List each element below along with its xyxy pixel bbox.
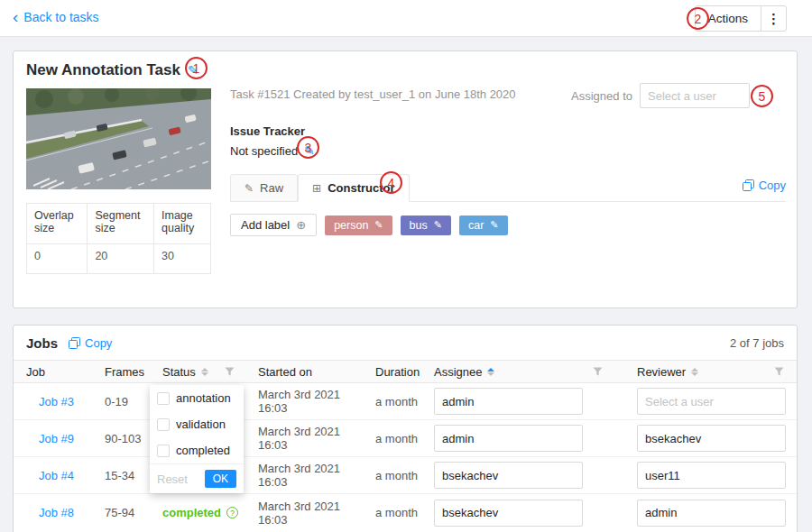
column-job-label: Job bbox=[26, 365, 45, 379]
job-4-link[interactable]: Job #4 bbox=[39, 469, 74, 482]
label-chip-car[interactable]: car ✎ bbox=[459, 216, 508, 235]
plus-circle-icon: ⊕ bbox=[296, 218, 306, 232]
job-9-link[interactable]: Job #9 bbox=[39, 432, 74, 445]
filter-reset-button[interactable]: Reset bbox=[157, 472, 188, 486]
issue-tracker-label: Issue Tracker bbox=[230, 124, 786, 138]
chevron-left-icon: ‹ bbox=[13, 11, 18, 23]
assigned-to-label: Assigned to bbox=[571, 89, 632, 103]
status-question-icon[interactable]: ? bbox=[226, 507, 238, 518]
column-status-label: Status bbox=[162, 365, 196, 379]
param-header-overlap: Overlap size bbox=[27, 204, 88, 244]
add-label-button[interactable]: Add label ⊕ bbox=[230, 214, 317, 236]
more-options-button[interactable]: ⋮ bbox=[761, 6, 786, 31]
job-3-reviewer-input[interactable] bbox=[637, 388, 786, 415]
checkbox-completed[interactable] bbox=[157, 445, 170, 457]
job-8-reviewer-input[interactable] bbox=[637, 500, 786, 527]
task-preview-image bbox=[26, 88, 211, 189]
job-row-8: Job #8 75-94 completed ? March 3rd 2021 … bbox=[14, 494, 797, 531]
column-header-status[interactable]: Status bbox=[155, 361, 251, 382]
job-9-started: March 3rd 2021 16:03 bbox=[251, 425, 370, 452]
job-row-4: Job #4 15-34 March 3rd 2021 16:03 a mont… bbox=[14, 457, 797, 494]
filter-option-validation[interactable]: validation bbox=[150, 411, 244, 437]
column-header-started-on[interactable]: Started on bbox=[251, 361, 370, 382]
job-row-9: Job #9 90-103 March 3rd 2021 16:03 a mon… bbox=[14, 420, 797, 457]
job-4-started: March 3rd 2021 16:03 bbox=[251, 462, 370, 489]
labels-constructor-row: Add label ⊕ person ✎ bus ✎ car ✎ bbox=[230, 214, 786, 236]
add-label-text: Add label bbox=[241, 218, 290, 232]
status-filter-dropdown: annotation validation completed Reset OK bbox=[150, 385, 244, 493]
column-assignee-label: Assignee bbox=[434, 365, 482, 379]
task-parameters-table: Overlap size Segment size Image quality … bbox=[26, 203, 211, 274]
job-4-assignee-input[interactable] bbox=[434, 462, 583, 489]
task-meta-text: Task #1521 Created by test_user_1 on Jun… bbox=[230, 87, 516, 101]
label-car-name: car bbox=[468, 219, 484, 232]
job-3-assignee-input[interactable] bbox=[434, 388, 583, 415]
assigned-to-group: Assigned to bbox=[571, 83, 750, 108]
jobs-card: Jobs Copy 2 of 7 jobs Job Frames Status bbox=[13, 325, 798, 532]
job-3-link[interactable]: Job #3 bbox=[39, 395, 74, 408]
job-3-frames: 0-19 bbox=[92, 395, 155, 408]
job-8-duration: a month bbox=[370, 506, 427, 519]
task-assignee-input[interactable] bbox=[640, 83, 750, 108]
edit-label-bus-icon[interactable]: ✎ bbox=[434, 219, 442, 231]
copy-jobs-label: Copy bbox=[85, 336, 112, 350]
job-9-duration: a month bbox=[370, 432, 427, 445]
issue-tracker-value: Not specified bbox=[230, 144, 298, 158]
status-filter-icon[interactable] bbox=[225, 367, 235, 376]
job-3-duration: a month bbox=[370, 395, 427, 408]
job-8-frames: 75-94 bbox=[92, 506, 155, 519]
tab-raw[interactable]: ✎ Raw bbox=[230, 174, 298, 202]
filter-footer: Reset OK bbox=[150, 463, 244, 493]
label-chip-person[interactable]: person ✎ bbox=[325, 216, 392, 235]
column-header-reviewer[interactable]: Reviewer bbox=[630, 361, 798, 382]
job-8-assignee-input[interactable] bbox=[434, 500, 583, 527]
job-9-frames: 90-103 bbox=[92, 432, 155, 445]
filter-option-annotation[interactable]: annotation bbox=[150, 385, 244, 411]
job-9-assignee-input[interactable] bbox=[434, 425, 583, 452]
column-header-frames[interactable]: Frames bbox=[92, 361, 155, 382]
task-details-card: New Annotation Task ✎ bbox=[13, 50, 798, 308]
reviewer-filter-icon[interactable] bbox=[774, 367, 784, 376]
assignee-sort-icon[interactable] bbox=[487, 368, 494, 376]
job-4-duration: a month bbox=[370, 469, 427, 482]
edit-label-car-icon[interactable]: ✎ bbox=[490, 219, 498, 231]
label-chip-bus[interactable]: bus ✎ bbox=[401, 216, 451, 235]
status-sort-icon[interactable] bbox=[201, 368, 208, 376]
param-value-quality: 30 bbox=[154, 244, 211, 274]
column-header-duration[interactable]: Duration bbox=[370, 361, 427, 382]
copy-icon bbox=[743, 179, 754, 191]
copy-jobs-link[interactable]: Copy bbox=[69, 336, 112, 350]
job-8-link[interactable]: Job #8 bbox=[39, 506, 74, 519]
param-header-segment: Segment size bbox=[88, 204, 154, 244]
callout-3: 3 bbox=[297, 136, 319, 159]
job-8-started: March 3rd 2021 16:03 bbox=[251, 500, 370, 527]
edit-label-person-icon[interactable]: ✎ bbox=[374, 219, 383, 231]
filter-validation-label: validation bbox=[176, 417, 226, 431]
column-header-assignee[interactable]: Assignee bbox=[427, 361, 630, 382]
assignee-filter-icon[interactable] bbox=[593, 367, 603, 376]
jobs-title: Jobs bbox=[26, 335, 58, 351]
copy-labels-label: Copy bbox=[759, 179, 786, 192]
copy-labels-link[interactable]: Copy bbox=[743, 179, 786, 192]
checkbox-annotation[interactable] bbox=[157, 392, 170, 405]
back-to-tasks-link[interactable]: ‹ Back to tasks bbox=[13, 10, 99, 24]
task-title: New Annotation Task ✎ bbox=[26, 61, 198, 79]
param-value-overlap: 0 bbox=[27, 244, 88, 274]
jobs-table-header: Job Frames Status Started on Duration As… bbox=[14, 360, 797, 383]
filter-option-completed[interactable]: completed bbox=[150, 437, 244, 463]
job-4-reviewer-input[interactable] bbox=[637, 462, 786, 489]
job-9-reviewer-input[interactable] bbox=[637, 425, 786, 452]
column-header-job[interactable]: Job bbox=[14, 361, 92, 382]
column-frames-label: Frames bbox=[105, 365, 144, 379]
filter-ok-button[interactable]: OK bbox=[205, 470, 236, 488]
edit-raw-icon: ✎ bbox=[245, 182, 254, 195]
task-info-panel: Task #1521 Created by test_user_1 on Jun… bbox=[230, 87, 786, 236]
checkbox-validation[interactable] bbox=[157, 418, 170, 431]
filter-completed-label: completed bbox=[176, 444, 230, 457]
callout-1: 1 bbox=[185, 57, 208, 79]
reviewer-sort-icon[interactable] bbox=[691, 368, 698, 376]
jobs-header: Jobs Copy 2 of 7 jobs bbox=[14, 326, 797, 360]
copy-icon bbox=[69, 337, 80, 349]
column-started-label: Started on bbox=[258, 365, 312, 379]
column-duration-label: Duration bbox=[375, 365, 420, 379]
